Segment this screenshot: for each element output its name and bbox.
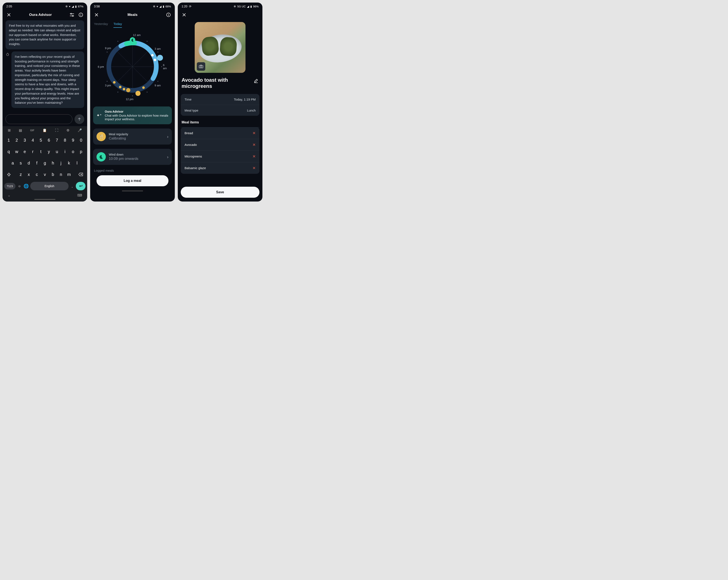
meal-title-row: Avocado toast with microgreens (178, 73, 262, 93)
key-r[interactable]: r (29, 147, 36, 157)
key-6[interactable]: 6 (45, 135, 52, 145)
key-u[interactable]: u (53, 147, 60, 157)
key-n[interactable]: n (57, 169, 64, 179)
symbols-key[interactable]: ?123 (4, 183, 16, 190)
clipboard-icon[interactable]: 📋 (43, 128, 47, 132)
key-s[interactable]: s (17, 158, 24, 168)
remove-item-icon[interactable]: ✕ (253, 131, 256, 135)
translate-icon[interactable]: ▤ (19, 128, 22, 132)
key-4[interactable]: 4 (29, 135, 36, 145)
chat-body: Feel free to try out what resonates with… (3, 20, 87, 112)
key-3[interactable]: 3 (21, 135, 28, 145)
resize-icon[interactable]: ⛶ (55, 128, 58, 132)
shift-key[interactable] (4, 169, 14, 179)
settings-icon[interactable] (69, 12, 75, 18)
svg-point-1 (72, 16, 73, 17)
key-2[interactable]: 2 (13, 135, 20, 145)
key-h[interactable]: h (49, 158, 56, 168)
key-d[interactable]: d (25, 158, 32, 168)
key-e[interactable]: e (21, 147, 28, 157)
key-7[interactable]: 7 (53, 135, 60, 145)
emoji-key[interactable]: ☺ (17, 181, 22, 191)
meal-info-card: Time Today, 1:19 PM Meal type Lunch (181, 94, 259, 116)
svg-point-20 (107, 81, 107, 82)
key-l[interactable]: l (73, 158, 81, 168)
log-meal-button[interactable]: Log a meal (97, 175, 168, 186)
svg-rect-4 (81, 15, 81, 16)
remove-item-icon[interactable]: ✕ (253, 154, 256, 159)
key-x[interactable]: x (25, 169, 32, 179)
key-z[interactable]: z (17, 169, 24, 179)
close-icon[interactable] (94, 12, 100, 18)
info-icon[interactable] (165, 12, 172, 18)
key-q[interactable]: q (5, 147, 12, 157)
key-1[interactable]: 1 (5, 135, 12, 145)
assistant-message: I've been reflecting on your recent goal… (11, 51, 84, 108)
period-key[interactable]: . (70, 181, 75, 191)
clock-label-3am: 3 am (155, 47, 161, 50)
enter-key[interactable] (76, 182, 85, 190)
advisor-card[interactable]: ✦⁺ Oura Advisor Chat with Oura Advisor t… (93, 106, 172, 124)
meal-items-list: Bread✕Avocado✕Microgreens✕Balsamic glaze… (181, 127, 259, 174)
key-f[interactable]: f (33, 158, 41, 168)
key-a[interactable]: a (9, 158, 16, 168)
space-key[interactable]: English (30, 182, 69, 190)
key-j[interactable]: j (57, 158, 64, 168)
time-row[interactable]: Time Today, 1:19 PM (181, 94, 259, 105)
phone-meal-detail: 1:20 ⟳ ✲ 5G UC ◢ ▮ 96% Avocado toast wit… (178, 3, 262, 202)
tab-yesterday[interactable]: Yesterday (94, 22, 108, 28)
home-handle[interactable] (34, 199, 55, 200)
key-g[interactable]: g (41, 158, 49, 168)
key-8[interactable]: 8 (61, 135, 69, 145)
grid-icon[interactable]: ⊞ (8, 128, 10, 132)
gear-icon[interactable]: ⚙ (67, 128, 70, 132)
key-t[interactable]: t (37, 147, 45, 157)
remove-item-icon[interactable]: ✕ (253, 143, 256, 147)
wind-sub: 10:09 pm onwards (109, 157, 168, 161)
key-5[interactable]: 5 (37, 135, 45, 145)
key-c[interactable]: c (33, 169, 41, 179)
key-v[interactable]: v (41, 169, 49, 179)
remove-item-icon[interactable]: ✕ (253, 166, 256, 170)
network-label: 5G UC (237, 5, 246, 8)
save-button[interactable]: Save (181, 187, 259, 198)
type-label: Meal type (185, 108, 198, 112)
key-y[interactable]: y (45, 147, 52, 157)
backspace-key[interactable] (76, 169, 86, 179)
info-icon[interactable] (78, 12, 84, 18)
nav-collapse-icon[interactable]: ⌄ (8, 193, 10, 197)
home-handle[interactable] (122, 191, 143, 191)
wind-down-card[interactable]: Wind down 10:09 pm onwards › (93, 149, 172, 165)
toast-graphic (219, 36, 237, 56)
close-icon[interactable] (6, 12, 12, 18)
key-0[interactable]: 0 (77, 135, 85, 145)
meal-photo (195, 22, 245, 73)
time-label: Time (185, 98, 191, 101)
svg-point-30 (113, 81, 115, 84)
mic-icon[interactable]: 🎤 (78, 128, 82, 132)
meal-item-row: Bread✕ (181, 127, 259, 139)
meal-regularity-card[interactable]: 🍴 Meal regularity Calibrating › (93, 128, 172, 145)
key-m[interactable]: m (66, 169, 73, 179)
key-o[interactable]: o (70, 147, 77, 157)
key-9[interactable]: 9 (70, 135, 77, 145)
keyboard-switch-icon[interactable]: ⌨ (77, 193, 82, 197)
close-icon[interactable] (181, 12, 187, 18)
send-button[interactable] (75, 114, 84, 124)
message-input[interactable] (5, 114, 72, 124)
status-bar: 2:05 ✲ ▾ ◢ ▮ 87% (3, 3, 87, 9)
fork-knife-icon: 🍴 (97, 132, 106, 141)
key-k[interactable]: k (66, 158, 73, 168)
key-p[interactable]: p (77, 147, 85, 157)
key-w[interactable]: w (13, 147, 20, 157)
gif-button[interactable]: GIF (30, 129, 34, 132)
tab-today[interactable]: Today (113, 22, 122, 28)
globe-key[interactable]: 🌐 (24, 181, 29, 191)
edit-icon[interactable] (253, 78, 259, 84)
meal-type-row[interactable]: Meal type Lunch (181, 105, 259, 116)
key-i[interactable]: i (61, 147, 69, 157)
svg-point-34 (157, 55, 163, 61)
camera-button[interactable] (197, 62, 205, 71)
key-b[interactable]: b (49, 169, 56, 179)
svg-point-14 (157, 52, 158, 52)
